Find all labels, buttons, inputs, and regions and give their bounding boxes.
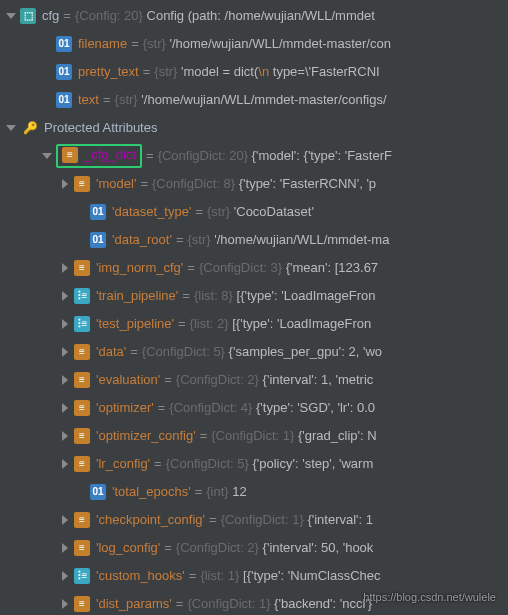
var-name: cfg (42, 7, 59, 25)
equals-sign: = (63, 7, 71, 25)
tree-row[interactable]: ᎒≡'custom_hooks' = {list: 1} [{'type': '… (4, 562, 508, 590)
str-icon: 01 (90, 484, 106, 500)
var-value: [{'type': 'NumClassChec (243, 567, 381, 585)
arrow-placeholder (40, 36, 56, 52)
chevron-right-icon[interactable] (58, 260, 74, 276)
dict-icon: ≡ (62, 147, 78, 163)
dict-icon: ≡ (74, 400, 90, 416)
tree-row[interactable]: 01'data_root' = {str} '/home/wujian/WLL/… (4, 226, 508, 254)
dict-icon: ≡ (74, 176, 90, 192)
equals-sign: = (103, 91, 111, 109)
tree-row[interactable]: ≡'model' = {ConfigDict: 8} {'type': 'Fas… (4, 170, 508, 198)
equals-sign: = (164, 371, 172, 389)
tree-row[interactable]: ≡'data' = {ConfigDict: 5} {'samples_per_… (4, 338, 508, 366)
type-hint: {ConfigDict: 1} (187, 595, 270, 613)
arrow-placeholder (74, 232, 90, 248)
tree-root-row[interactable]: ⬚ cfg = {Config: 20} Config (path: /home… (4, 2, 508, 30)
tree-row[interactable]: ≡'checkpoint_config' = {ConfigDict: 1} {… (4, 506, 508, 534)
type-hint: {list: 1} (200, 567, 239, 585)
var-name: filename (78, 35, 127, 53)
dict-icon: ≡ (74, 456, 90, 472)
var-value: '/home/wujian/WLL/mmdet-ma (214, 231, 389, 249)
var-name: 'train_pipeline' (96, 287, 178, 305)
chevron-right-icon[interactable] (58, 400, 74, 416)
tree-row[interactable]: ≡'img_norm_cfg' = {ConfigDict: 3} {'mean… (4, 254, 508, 282)
chevron-right-icon[interactable] (58, 596, 74, 612)
chevron-right-icon[interactable] (58, 512, 74, 528)
object-icon: ⬚ (20, 8, 36, 24)
equals-sign: = (158, 399, 166, 417)
str-icon: 01 (90, 204, 106, 220)
var-value: 12 (232, 483, 246, 501)
chevron-right-icon[interactable] (58, 456, 74, 472)
var-value: '/home/wujian/WLL/mmdet-master/con (169, 35, 390, 53)
type-hint: {str} (188, 231, 211, 249)
type-hint: {ConfigDict: 8} (152, 175, 235, 193)
arrow-placeholder (40, 64, 56, 80)
chevron-right-icon[interactable] (58, 372, 74, 388)
chevron-right-icon[interactable] (58, 568, 74, 584)
var-value: '/home/wujian/WLL/mmdet-master/configs/ (141, 91, 386, 109)
chevron-right-icon[interactable] (58, 428, 74, 444)
chevron-down-icon[interactable] (4, 120, 20, 136)
var-name: 'dist_params' (96, 595, 172, 613)
chevron-down-icon[interactable] (40, 148, 56, 164)
type-hint: {list: 2} (190, 315, 229, 333)
tree-row[interactable]: ≡'lr_config' = {ConfigDict: 5} {'policy'… (4, 450, 508, 478)
dict-icon: ≡ (74, 540, 90, 556)
equals-sign: = (189, 567, 197, 585)
tree-row[interactable]: 01text = {str} '/home/wujian/WLL/mmdet-m… (4, 86, 508, 114)
equals-sign: = (146, 147, 154, 165)
chevron-right-icon[interactable] (58, 316, 74, 332)
var-name: 'log_config' (96, 539, 160, 557)
chevron-right-icon[interactable] (58, 344, 74, 360)
chevron-right-icon[interactable] (58, 176, 74, 192)
type-hint: {int} (206, 483, 228, 501)
tree-row[interactable]: ≡_cfg_dict = {ConfigDict: 20} {'model': … (4, 142, 508, 170)
chevron-right-icon[interactable] (58, 540, 74, 556)
tree-row[interactable]: ≡'optimizer_config' = {ConfigDict: 1} {'… (4, 422, 508, 450)
var-name: 'evaluation' (96, 371, 160, 389)
var-name: 'data_root' (112, 231, 172, 249)
tree-row[interactable]: 01'total_epochs' = {int} 12 (4, 478, 508, 506)
var-value: {'interval': 1, 'metric (263, 371, 374, 389)
equals-sign: = (200, 427, 208, 445)
highlighted-variable: ≡_cfg_dict (56, 144, 142, 168)
tree-row[interactable]: ≡'optimizer' = {ConfigDict: 4} {'type': … (4, 394, 508, 422)
equals-sign: = (182, 287, 190, 305)
var-value: {'policy': 'step', 'warm (252, 455, 373, 473)
tree-row[interactable]: ≡'log_config' = {ConfigDict: 2} {'interv… (4, 534, 508, 562)
var-name: Protected Attributes (44, 119, 157, 137)
var-value: [{'type': 'LoadImageFron (237, 287, 376, 305)
var-name: 'optimizer_config' (96, 427, 196, 445)
equals-sign: = (176, 595, 184, 613)
tree-row[interactable]: ᎒≡'test_pipeline' = {list: 2} [{'type': … (4, 310, 508, 338)
var-name: 'model' (96, 175, 136, 193)
type-hint: {str} (143, 35, 166, 53)
var-value: Config (path: /home/wujian/WLL/mmdet (147, 7, 375, 25)
watermark: https://blog.csdn.net/wulele (363, 590, 496, 605)
str-icon: 01 (56, 92, 72, 108)
dict-icon: ≡ (74, 344, 90, 360)
tree-row[interactable]: 01'dataset_type' = {str} 'CocoDataset' (4, 198, 508, 226)
tree-row[interactable]: 01pretty_text = {str} 'model = dict(\n t… (4, 58, 508, 86)
tree-row[interactable]: ᎒≡'train_pipeline' = {list: 8} [{'type':… (4, 282, 508, 310)
dict-icon: ≡ (74, 512, 90, 528)
str-icon: 01 (56, 36, 72, 52)
section-header[interactable]: 🔑Protected Attributes (4, 114, 508, 142)
var-name: 'optimizer' (96, 399, 154, 417)
var-value: {'samples_per_gpu': 2, 'wo (229, 343, 382, 361)
chevron-right-icon[interactable] (58, 288, 74, 304)
tree-row[interactable]: 01filename = {str} '/home/wujian/WLL/mmd… (4, 30, 508, 58)
dict-icon: ≡ (74, 596, 90, 612)
chevron-down-icon[interactable] (4, 8, 20, 24)
var-name: 'img_norm_cfg' (96, 259, 183, 277)
var-value: {'mean': [123.67 (286, 259, 378, 277)
var-name: 'dataset_type' (112, 203, 191, 221)
tree-row[interactable]: ≡'evaluation' = {ConfigDict: 2} {'interv… (4, 366, 508, 394)
type-hint: {ConfigDict: 5} (142, 343, 225, 361)
equals-sign: = (154, 455, 162, 473)
list-icon: ᎒≡ (74, 568, 90, 584)
type-hint: {str} (207, 203, 230, 221)
str-icon: 01 (56, 64, 72, 80)
